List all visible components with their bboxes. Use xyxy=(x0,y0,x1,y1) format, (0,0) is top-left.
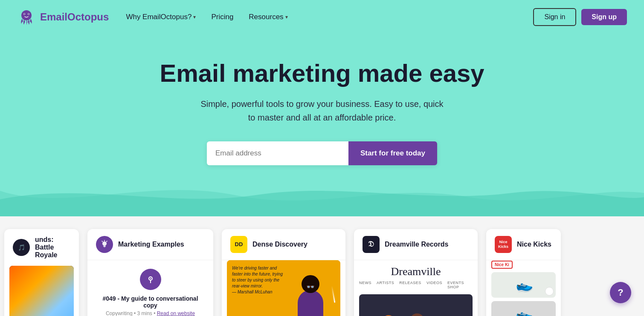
chevron-down-icon-resources: ▾ xyxy=(285,14,288,20)
nav-pricing[interactable]: Pricing xyxy=(211,13,233,21)
svg-point-3 xyxy=(24,14,25,14)
nav-right: Sign in Sign up xyxy=(533,8,627,26)
dense-logo: DD xyxy=(230,236,247,253)
brand-name: EmailOctopus xyxy=(40,11,109,23)
card-bomber-sounds: 🎵 unds: Battle Royale OMBEROUNDS xyxy=(4,229,79,316)
nav-why[interactable]: Why EmailOctopus? ▾ xyxy=(126,13,196,21)
hero-form: Start for free today xyxy=(207,141,437,165)
bomber-icon: 🎵 xyxy=(13,239,30,256)
nav-left: EmailOctopus Why EmailOctopus? ▾ Pricing… xyxy=(17,8,288,26)
cards-section: 🎵 unds: Battle Royale OMBEROUNDS xyxy=(0,216,644,316)
dense-quote: We're driving faster and faster into the… xyxy=(232,265,283,295)
dreamville-people xyxy=(365,309,467,316)
card-nicekicks-header: Nice Kicks Nice Kicks xyxy=(486,229,561,260)
nicekicks-name: Nice Kicks xyxy=(517,241,551,248)
card-nice-kicks: Nice Kicks Nice Kicks Nice Ki 👟 👟 xyxy=(486,229,561,316)
chevron-down-icon: ▾ xyxy=(193,14,196,20)
marketing-icon xyxy=(96,236,113,253)
dense-silhouette: 👓 xyxy=(289,271,332,316)
svg-rect-7 xyxy=(104,247,105,247)
logo-link[interactable]: EmailOctopus xyxy=(17,8,109,26)
card-dense-header: DD Dense Discovery xyxy=(222,229,345,260)
help-button[interactable]: ? xyxy=(610,282,631,303)
card-bomber-header: 🎵 unds: Battle Royale xyxy=(4,229,79,266)
svg-point-0 xyxy=(21,10,32,20)
navbar: EmailOctopus Why EmailOctopus? ▾ Pricing… xyxy=(0,0,644,34)
bomber-name: unds: Battle Royale xyxy=(35,236,70,259)
card-dense-discovery: DD Dense Discovery We're driving faster … xyxy=(222,229,345,316)
hero-title: Email marketing made easy xyxy=(9,60,635,87)
marketing-name: Marketing Examples xyxy=(118,241,184,248)
signup-button[interactable]: Sign up xyxy=(581,9,627,25)
card-dreamville-records: 𝔇 Dreamville Records Dreamville NEWS ART… xyxy=(354,229,478,316)
bomber-body: OMBEROUNDS xyxy=(9,266,74,316)
svg-point-5 xyxy=(102,241,107,246)
email-input[interactable] xyxy=(207,141,348,165)
marketing-post-meta: Copywriting • 3 mins • Read on website xyxy=(96,310,205,316)
signin-button[interactable]: Sign in xyxy=(533,8,576,26)
dreamville-nav: NEWS ARTISTS RELEASES VIDEOS EVENTS SHOP xyxy=(359,281,473,289)
logo-icon xyxy=(17,8,36,26)
cards-row: 🎵 unds: Battle Royale OMBEROUNDS xyxy=(0,225,644,316)
card-marketing-body: #049 - My guide to conversational copy C… xyxy=(87,260,213,316)
dreamville-name: Dreamville Records xyxy=(385,241,448,248)
shoe-item-1: 👟 xyxy=(491,272,556,298)
dreamville-logo-icon: 𝔇 xyxy=(363,236,380,253)
nicekicks-banner: Nice Ki xyxy=(491,261,513,269)
wave-decoration xyxy=(0,174,644,216)
marketing-post-icon-wrap xyxy=(96,269,205,290)
nicekicks-shoes: 👟 👟 xyxy=(491,272,556,316)
nicekicks-logo-icon: Nice Kicks xyxy=(495,236,512,253)
shoe-item-2: 👟 xyxy=(491,301,556,316)
hero-subtitle: Simple, powerful tools to grow your busi… xyxy=(198,97,446,124)
dense-name: Dense Discovery xyxy=(252,241,307,248)
nicekicks-body: Nice Ki 👟 👟 xyxy=(486,260,561,316)
dreamville-script: Dreamville xyxy=(359,265,473,278)
svg-line-10 xyxy=(102,241,103,242)
svg-point-4 xyxy=(28,14,29,14)
marketing-post-icon xyxy=(140,269,161,290)
dreamville-body: Dreamville NEWS ARTISTS RELEASES VIDEOS … xyxy=(354,260,478,316)
card-dreamville-header: 𝔇 Dreamville Records xyxy=(354,229,478,260)
dense-image: We're driving faster and faster into the… xyxy=(227,260,340,316)
card-marketing-examples: Marketing Examples #049 - My guide to co… xyxy=(87,229,213,316)
hero-section: Email marketing made easy Simple, powerf… xyxy=(0,34,644,216)
marketing-post-title: #049 - My guide to conversational copy xyxy=(96,295,205,309)
read-on-website-link[interactable]: Read on website xyxy=(157,310,195,316)
nav-links: Why EmailOctopus? ▾ Pricing Resources ▾ xyxy=(126,13,287,21)
svg-line-9 xyxy=(107,241,107,242)
dreamville-image xyxy=(359,294,473,316)
svg-point-12 xyxy=(150,278,151,279)
nav-resources[interactable]: Resources ▾ xyxy=(249,13,287,21)
svg-rect-6 xyxy=(103,246,106,247)
cta-button[interactable]: Start for free today xyxy=(348,141,437,165)
card-marketing-header: Marketing Examples xyxy=(87,229,213,260)
